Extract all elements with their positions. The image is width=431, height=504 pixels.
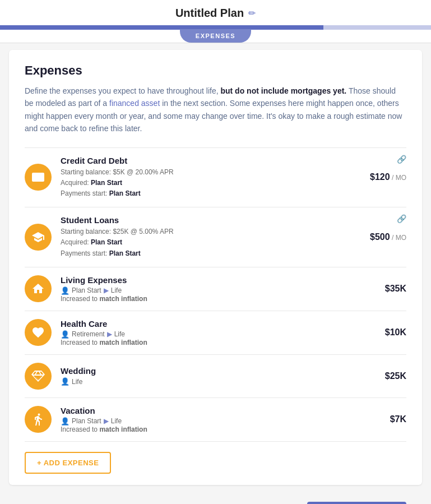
expense-icon-living: [25, 275, 52, 302]
range-arrow: ▶: [107, 330, 112, 338]
list-item: 🔗 Credit Card Debt Starting balance: $5K…: [25, 148, 406, 208]
expense-details: Health Care 👤 Retirement ▶ Life Increase…: [61, 319, 362, 346]
expense-name: Health Care: [61, 319, 362, 329]
edit-icon[interactable]: ✏: [248, 8, 256, 19]
range-start: Plan Start: [72, 417, 101, 425]
expense-details: Vacation 👤 Plan Start ▶ Life Increased t…: [61, 406, 362, 433]
home-icon: [31, 282, 45, 295]
expense-icon-student-loans: [25, 224, 52, 251]
expense-amount: $35K: [362, 284, 406, 294]
tab-label: EXPENSES: [180, 29, 251, 43]
range-end: Life: [114, 330, 125, 338]
expense-icon-credit-card: [25, 164, 52, 191]
person-icon: 👤: [61, 377, 69, 386]
expense-meta-range: 👤 Plan Start ▶ Life: [61, 417, 362, 426]
expense-meta-range: 👤 Retirement ▶ Life: [61, 330, 362, 339]
expense-amount: $500 / MO: [362, 232, 406, 242]
list-item: Wedding 👤 Life $25K: [25, 355, 406, 398]
expense-amount: $10K: [362, 327, 406, 337]
inflation-text: Increased to match inflation: [61, 295, 362, 303]
expense-amount: $25K: [362, 371, 406, 381]
header-title-row: Untitled Plan ✏: [0, 7, 431, 25]
graduation-icon: [31, 230, 45, 244]
range-start: Retirement: [72, 330, 105, 338]
list-item: 🔗 Student Loans Starting balance: $25K @…: [25, 207, 406, 267]
expense-meta-range: 👤 Life: [61, 377, 362, 386]
svg-rect-0: [32, 173, 44, 182]
expense-details: Living Expenses 👤 Plan Start ▶ Life Incr…: [61, 275, 362, 303]
expense-amount: $7K: [362, 414, 406, 424]
expense-icon-health: [25, 319, 52, 346]
main-content: Expenses Define the expenses you expect …: [9, 50, 422, 485]
health-icon: [31, 326, 45, 339]
expense-name: Credit Card Debt: [61, 156, 362, 165]
expense-amount: $120 / MO: [362, 172, 406, 182]
list-item: Living Expenses 👤 Plan Start ▶ Life Incr…: [25, 267, 406, 311]
expense-meta-range: 👤 Plan Start ▶ Life: [61, 286, 362, 295]
footer-actions: BACK CONTINUE: [9, 492, 422, 504]
inflation-text: Increased to match inflation: [61, 339, 362, 346]
range-end: Life: [111, 286, 122, 294]
person-icon: 👤: [61, 417, 69, 426]
expense-meta: Starting balance: $5K @ 20.00% APR Acqui…: [61, 167, 362, 200]
range-single: Life: [72, 378, 82, 386]
expense-meta: Starting balance: $25K @ 5.00% APR Acqui…: [61, 226, 362, 259]
page-title: Untitled Plan: [175, 7, 244, 20]
section-description: Define the expenses you expect to have t…: [25, 85, 406, 135]
header: Untitled Plan ✏ EXPENSES: [0, 0, 431, 43]
range-start: Plan Start: [72, 286, 101, 294]
expense-icon-wedding: [25, 363, 52, 390]
page-container: Untitled Plan ✏ EXPENSES Expenses Define…: [0, 0, 431, 504]
vacation-icon: [31, 413, 45, 426]
person-icon: 👤: [61, 330, 69, 339]
expense-name: Student Loans: [61, 215, 362, 225]
expense-details: Credit Card Debt Starting balance: $5K @…: [61, 156, 362, 200]
list-item: Health Care 👤 Retirement ▶ Life Increase…: [25, 311, 406, 355]
expense-details: Wedding 👤 Life: [61, 366, 362, 386]
expense-name: Living Expenses: [61, 275, 362, 285]
diamond-icon: [31, 369, 45, 383]
inflation-text: Increased to match inflation: [61, 426, 362, 433]
tab-label-container: EXPENSES: [0, 29, 431, 43]
credit-card-icon: [31, 170, 45, 184]
section-title: Expenses: [25, 63, 406, 78]
person-icon: 👤: [61, 286, 69, 295]
range-arrow: ▶: [104, 286, 109, 294]
add-expense-button[interactable]: + ADD EXPENSE: [25, 452, 111, 474]
list-item: Vacation 👤 Plan Start ▶ Life Increased t…: [25, 398, 406, 442]
expense-details: Student Loans Starting balance: $25K @ 5…: [61, 215, 362, 259]
expense-list: 🔗 Credit Card Debt Starting balance: $5K…: [25, 147, 406, 442]
link-icon: 🔗: [397, 214, 406, 223]
expense-icon-vacation: [25, 406, 52, 433]
expense-name: Wedding: [61, 366, 362, 376]
range-end: Life: [111, 417, 122, 425]
continue-button[interactable]: CONTINUE: [307, 502, 406, 504]
range-arrow: ▶: [104, 417, 109, 425]
expense-name: Vacation: [61, 406, 362, 415]
link-icon: 🔗: [397, 155, 406, 164]
